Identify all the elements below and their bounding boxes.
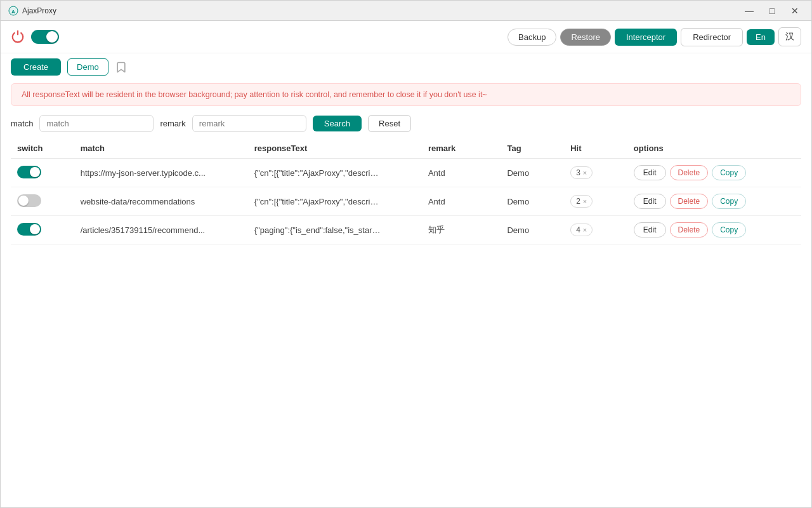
- match-value: /articles/351739115/recommend...: [81, 225, 207, 235]
- edit-button[interactable]: Edit: [634, 222, 666, 237]
- data-table: switch match responseText remark Tag Hit…: [11, 138, 801, 244]
- hit-clear[interactable]: ×: [583, 226, 587, 234]
- row-toggle-1[interactable]: [17, 194, 41, 207]
- maximize-button[interactable]: □: [763, 2, 781, 20]
- search-button[interactable]: Search: [313, 116, 362, 131]
- restore-button[interactable]: Restore: [560, 29, 611, 46]
- tag-cell: Demo: [501, 187, 564, 216]
- hit-cell: 4×: [564, 216, 627, 244]
- response-value: {"cn":[{"title":"AjaxProxy","descrip...: [254, 197, 381, 206]
- match-cell: /articles/351739115/recommend...: [74, 216, 248, 244]
- col-match: match: [74, 138, 248, 159]
- main-content: Backup Restore Interceptor Redirector En…: [1, 21, 811, 507]
- tag-cell: Demo: [501, 216, 564, 244]
- tag-cell: Demo: [501, 159, 564, 187]
- window-title: AjaxProxy: [22, 6, 740, 15]
- remark-cell: 知乎: [422, 216, 501, 244]
- title-bar: A AjaxProxy — □ ✕: [1, 1, 811, 21]
- svg-text:A: A: [11, 9, 15, 15]
- remark-input[interactable]: [192, 115, 306, 132]
- edit-button[interactable]: Edit: [634, 165, 666, 180]
- table-header: switch match responseText remark Tag Hit…: [11, 138, 801, 159]
- search-bar: match remark Search Reset: [1, 111, 811, 138]
- toggle-knob: [30, 224, 40, 234]
- close-button[interactable]: ✕: [786, 2, 804, 20]
- response-cell: {"cn":[{"title":"AjaxProxy","descrip...: [248, 187, 422, 216]
- delete-button[interactable]: Delete: [670, 222, 709, 237]
- delete-button[interactable]: Delete: [670, 194, 709, 209]
- power-icon[interactable]: [11, 30, 25, 44]
- table-row: /articles/351739115/recommend...{"paging…: [11, 216, 801, 244]
- redirector-button[interactable]: Redirector: [681, 28, 743, 46]
- hit-badge: 3×: [570, 166, 593, 179]
- match-value: https://my-json-server.typicode.c...: [81, 168, 207, 178]
- options-buttons: EditDeleteCopy: [634, 165, 795, 180]
- remark-label: remark: [160, 119, 185, 128]
- row-toggle-0[interactable]: [17, 166, 41, 178]
- copy-button[interactable]: Copy: [712, 165, 746, 180]
- col-switch: switch: [11, 138, 74, 159]
- match-value: website-data/recommendations: [81, 197, 207, 206]
- delete-button[interactable]: Delete: [670, 165, 709, 180]
- remark-cell: Antd: [422, 159, 501, 187]
- response-cell: {"cn":[{"title":"AjaxProxy","descrip...: [248, 159, 422, 187]
- edit-button[interactable]: Edit: [634, 194, 666, 209]
- hit-count: 2: [576, 197, 580, 206]
- main-toggle[interactable]: [31, 30, 59, 44]
- options-cell: EditDeleteCopy: [627, 216, 801, 244]
- table-row: website-data/recommendations{"cn":[{"tit…: [11, 187, 801, 216]
- switch-cell: [11, 159, 74, 187]
- hit-cell: 2×: [564, 187, 627, 216]
- row-toggle-2[interactable]: [17, 223, 41, 236]
- toggle-knob: [30, 167, 40, 177]
- toggle-knob: [46, 31, 58, 43]
- warning-banner: All responseText will be resident in the…: [11, 83, 801, 106]
- demo-button[interactable]: Demo: [67, 58, 108, 76]
- toolbar-right: Backup Restore Interceptor Redirector En…: [508, 27, 801, 46]
- top-toolbar: Backup Restore Interceptor Redirector En…: [1, 21, 811, 53]
- copy-button[interactable]: Copy: [712, 222, 746, 237]
- col-tag: Tag: [501, 138, 564, 159]
- hit-badge: 4×: [570, 224, 593, 236]
- hit-count: 4: [576, 225, 580, 234]
- app-window: A AjaxProxy — □ ✕ Backup Restore Interce: [0, 0, 812, 508]
- col-hit: Hit: [564, 138, 627, 159]
- col-remark: remark: [422, 138, 501, 159]
- window-controls: — □ ✕: [740, 2, 804, 20]
- remark-cell: Antd: [422, 187, 501, 216]
- bookmark-icon[interactable]: [115, 61, 128, 74]
- match-cell: website-data/recommendations: [74, 187, 248, 216]
- minimize-button[interactable]: —: [740, 2, 758, 20]
- toggle-knob: [18, 196, 29, 206]
- interceptor-button[interactable]: Interceptor: [615, 29, 677, 46]
- response-value: {"paging":{"is_end":false,"is_start":...: [254, 225, 381, 235]
- hit-cell: 3×: [564, 159, 627, 187]
- match-label: match: [11, 119, 33, 128]
- table-row: https://my-json-server.typicode.c...{"cn…: [11, 159, 801, 187]
- table-body: https://my-json-server.typicode.c...{"cn…: [11, 159, 801, 244]
- copy-button[interactable]: Copy: [712, 194, 746, 209]
- options-cell: EditDeleteCopy: [627, 187, 801, 216]
- match-input[interactable]: [39, 115, 154, 132]
- hit-clear[interactable]: ×: [583, 197, 587, 205]
- hit-badge: 2×: [570, 195, 593, 208]
- response-cell: {"paging":{"is_end":false,"is_start":...: [248, 216, 422, 244]
- create-button[interactable]: Create: [11, 58, 61, 76]
- app-icon: A: [8, 6, 18, 16]
- col-options: options: [627, 138, 801, 159]
- hit-count: 3: [576, 168, 580, 177]
- col-response: responseText: [248, 138, 422, 159]
- response-value: {"cn":[{"title":"AjaxProxy","descrip...: [254, 168, 381, 178]
- options-cell: EditDeleteCopy: [627, 159, 801, 187]
- hit-clear[interactable]: ×: [583, 169, 587, 177]
- backup-button[interactable]: Backup: [508, 29, 556, 46]
- options-buttons: EditDeleteCopy: [634, 222, 795, 237]
- lang-cn-button[interactable]: 汉: [778, 27, 801, 46]
- reset-button[interactable]: Reset: [368, 115, 411, 132]
- warning-text: All responseText will be resident in the…: [22, 90, 487, 99]
- switch-cell: [11, 187, 74, 216]
- switch-cell: [11, 216, 74, 244]
- lang-en-button[interactable]: En: [747, 29, 775, 45]
- data-table-container: switch match responseText remark Tag Hit…: [1, 138, 811, 507]
- action-bar: Create Demo: [1, 53, 811, 81]
